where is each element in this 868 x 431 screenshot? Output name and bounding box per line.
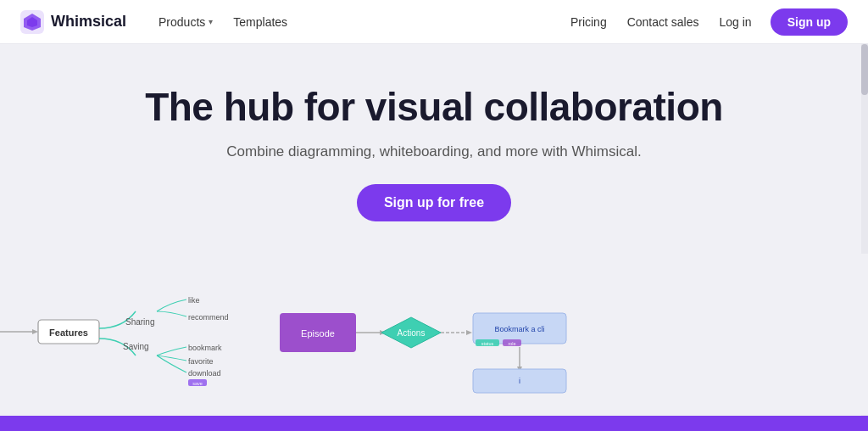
hero-title: The hub for visual collaboration	[17, 85, 851, 130]
svg-text:Bookmark a cli: Bookmark a cli	[494, 325, 544, 333]
navbar-right: Pricing Contact sales Log in Sign up	[562, 8, 848, 36]
hero-section: The hub for visual collaboration Combine…	[0, 44, 868, 245]
logo-text[interactable]: Whimsical	[51, 13, 126, 31]
svg-marker-4	[32, 329, 38, 334]
products-nav-link[interactable]: Products ▾	[150, 10, 221, 34]
svg-text:Episode: Episode	[301, 328, 335, 339]
svg-text:save: save	[192, 381, 203, 386]
svg-text:i: i	[519, 377, 520, 385]
bottom-bar	[0, 416, 868, 431]
diagram-area: Features Sharing Saving like recommend b…	[0, 254, 868, 415]
templates-label: Templates	[233, 15, 287, 29]
signup-button[interactable]: Sign up	[771, 8, 848, 36]
contact-sales-nav-link[interactable]: Contact sales	[619, 10, 708, 34]
navbar: Whimsical Products ▾ Templates Pricing C…	[0, 0, 868, 44]
svg-text:like: like	[188, 296, 200, 305]
whimsical-logo-icon	[20, 10, 44, 34]
svg-text:Actions: Actions	[398, 328, 426, 338]
svg-text:download: download	[188, 369, 221, 378]
hero-cta-button[interactable]: Sign up for free	[357, 184, 511, 221]
pricing-nav-link[interactable]: Pricing	[562, 10, 615, 34]
svg-text:role: role	[508, 341, 515, 346]
products-label: Products	[159, 15, 205, 29]
svg-marker-23	[466, 330, 472, 335]
navbar-left: Whimsical Products ▾ Templates	[20, 10, 296, 34]
chevron-down-icon: ▾	[209, 17, 213, 26]
scrollbar-thumb[interactable]	[861, 44, 868, 95]
templates-nav-link[interactable]: Templates	[225, 10, 296, 34]
hero-subtitle: Combine diagramming, whiteboarding, and …	[17, 143, 851, 160]
svg-text:Sharing: Sharing	[125, 317, 154, 327]
svg-text:recommend: recommend	[188, 313, 229, 322]
svg-text:bookmark: bookmark	[188, 344, 222, 352]
svg-text:Saving: Saving	[123, 342, 149, 351]
login-nav-link[interactable]: Log in	[711, 10, 760, 34]
mindmap-diagram: Features Sharing Saving like recommend b…	[0, 262, 271, 406]
flowchart-diagram: Episode Actions Bookmark a cli status ro…	[271, 271, 610, 398]
svg-text:favorite: favorite	[188, 357, 214, 366]
svg-text:status: status	[481, 341, 494, 346]
nav-links: Products ▾ Templates	[150, 10, 296, 34]
svg-text:Features: Features	[49, 327, 88, 338]
